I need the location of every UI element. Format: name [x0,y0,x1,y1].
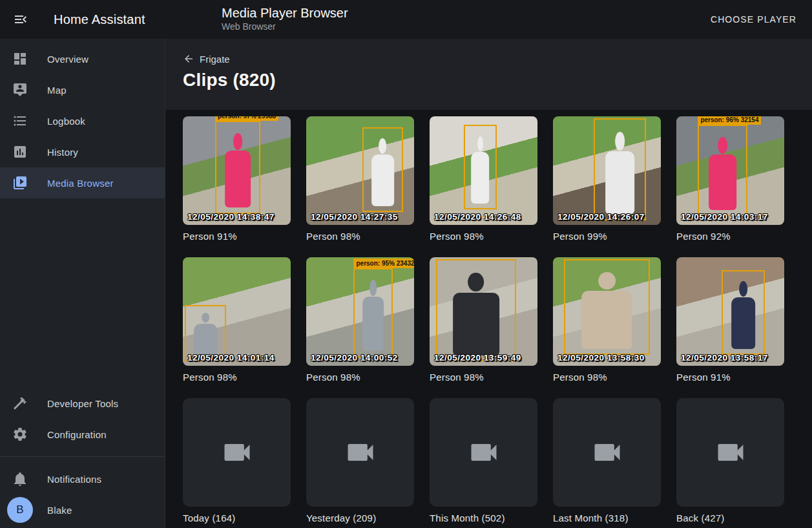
person-body [453,293,499,355]
sidebar-item-configuration[interactable]: Configuration [0,419,165,450]
clip-timestamp-overlay: 12/05/2020 13:58:30 [557,353,645,363]
sidebar-item-label: Logbook [47,116,85,127]
detection-bounding-box [698,125,747,216]
clip-label: Person 91% [676,372,784,383]
clip-thumbnail: 12/05/2020 13:59:49 [430,257,537,366]
clip-thumbnail: person: 95% 2343212/05/2020 14:00:52 [306,257,414,366]
clip-label: Person 98% [553,372,661,383]
clip-timestamp-overlay: 12/05/2020 14:01:14 [187,353,275,363]
browser-header: Media Player Browser Web Browser [222,5,348,32]
clip-timestamp-overlay: 12/05/2020 14:03:17 [681,212,768,222]
clip-tile[interactable]: 12/05/2020 13:58:17Person 91% [676,257,784,383]
clip-label: Person 99% [553,231,661,242]
person-body [709,154,737,210]
clip-thumbnail: 12/05/2020 14:26:48 [430,116,537,225]
clip-tile[interactable]: 12/05/2020 13:58:30Person 98% [553,257,661,383]
detection-bounding-box [436,259,516,361]
person-figure [194,313,217,359]
app-title: Home Assistant [54,12,145,27]
breadcrumb[interactable]: Frigate [183,53,230,65]
video-camera-icon [590,436,624,469]
detection-bounding-box [564,259,651,355]
clip-thumbnail: 12/05/2020 13:58:30 [553,257,661,366]
clip-timestamp-overlay: 12/05/2020 14:26:07 [557,212,645,222]
folder-label: Last Month (318) [553,512,661,523]
sidebar-item-label: Configuration [47,429,107,440]
folder-tile-today[interactable]: Today (164) [183,398,291,523]
sidebar-item-media-browser[interactable]: Media Browser [0,167,165,198]
clip-timestamp-overlay: 12/05/2020 13:58:17 [681,353,768,363]
detection-bounding-box [353,268,392,357]
person-head [739,281,747,297]
folder-label: Yesterday (209) [306,512,414,523]
clip-tile[interactable]: person: 95% 2343212/05/2020 14:00:52Pers… [306,257,414,383]
person-head [233,133,242,150]
folder-tile-yesterday[interactable]: Yesterday (209) [306,398,414,523]
menu-open-icon[interactable] [5,4,36,35]
person-body [731,297,756,349]
detection-bounding-box [722,270,765,355]
person-figure [731,281,756,351]
person-head [477,136,483,152]
clips-content: person: 97% 2998812/05/2020 14:38:47Pers… [165,110,812,528]
home-assistant-app: Home Assistant Media Player Browser Web … [0,0,812,528]
clip-label: Person 98% [183,372,291,383]
person-body [225,151,251,207]
app-header: Home Assistant Media Player Browser Web … [0,0,812,39]
breadcrumb-label: Frigate [200,54,230,65]
clip-label: Person 92% [676,231,784,242]
folder-tile-last-month[interactable]: Last Month (318) [553,398,661,523]
clip-thumbnail: 12/05/2020 13:58:17 [676,257,784,366]
clip-label: Person 98% [430,231,537,242]
clip-tile[interactable]: 12/05/2020 14:01:14Person 98% [183,257,291,383]
page-title: Clips (820) [183,70,812,90]
person-head [468,273,484,291]
person-figure [582,272,632,351]
person-head [379,138,386,154]
person-figure [362,280,384,354]
hammer-icon [12,396,28,411]
dashboard-icon [12,51,28,67]
clip-tile[interactable]: 12/05/2020 14:26:07Person 99% [553,116,661,242]
detection-label-chip: person: 96% 32154 [698,116,761,125]
clip-tile[interactable]: 12/05/2020 13:59:49Person 98% [430,257,537,383]
sidebar-item-overview[interactable]: Overview [0,43,165,74]
folder-thumbnail [306,398,414,507]
folder-thumbnail [553,398,661,507]
video-camera-icon [220,436,254,469]
folder-tile-this-month[interactable]: This Month (502) [430,398,537,523]
sidebar-item-history[interactable]: History [0,136,165,167]
media-player-browser-title: Media Player Browser [222,5,348,21]
person-figure [453,273,499,357]
clip-timestamp-overlay: 12/05/2020 14:26:48 [434,212,521,222]
clip-thumbnail: 12/05/2020 14:27:35 [306,116,414,225]
folder-thumbnail [676,398,784,507]
sidebar-item-logbook[interactable]: Logbook [0,105,165,136]
detection-bounding-box [215,121,260,214]
folder-tile-back[interactable]: Back (427) [676,398,784,523]
person-figure [605,132,635,216]
sidebar-item-label: History [47,147,78,158]
folder-thumbnail [183,398,291,507]
sidebar-item-profile[interactable]: BBlake [0,494,165,525]
clip-tile[interactable]: person: 96% 3215412/05/2020 14:03:17Pers… [676,116,784,242]
sidebar-item-map[interactable]: Map [0,74,165,105]
clip-thumbnail: 12/05/2020 14:01:14 [183,257,291,366]
folder-label: This Month (502) [430,512,537,523]
clip-tile[interactable]: 12/05/2020 14:27:35Person 98% [306,116,414,242]
sidebar-item-developer-tools[interactable]: Developer Tools [0,388,165,419]
sidebar-item-label: Notifications [47,474,101,485]
clip-label: Person 91% [183,231,291,242]
clip-tile[interactable]: person: 97% 2998812/05/2020 14:38:47Pers… [183,116,291,242]
person-head [370,280,377,296]
clip-tile[interactable]: 12/05/2020 14:26:48Person 98% [430,116,537,242]
sidebar-item-notifications[interactable]: Notifications [0,463,165,494]
choose-player-button[interactable]: CHOOSE PLAYER [705,9,802,30]
folder-label: Back (427) [676,512,784,523]
history-icon [12,144,28,160]
detection-bounding-box [362,127,403,212]
clip-timestamp-overlay: 12/05/2020 14:27:35 [311,212,398,222]
detection-bounding-box [594,118,645,220]
media-browser-icon [12,175,28,191]
person-body [472,152,490,204]
